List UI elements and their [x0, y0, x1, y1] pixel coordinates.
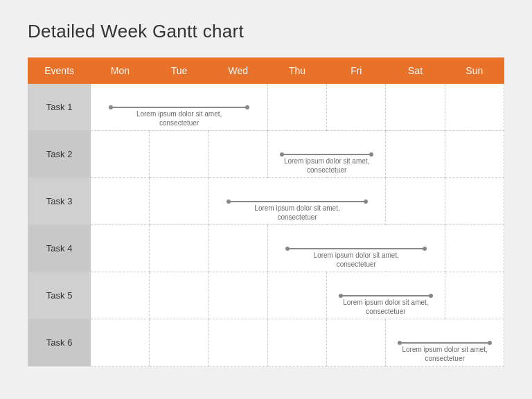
task3-label: Task 3 — [28, 178, 91, 225]
page-title: Detailed Week Gantt chart — [28, 21, 504, 42]
task4-sun — [445, 225, 504, 272]
task2-mon — [91, 131, 150, 178]
task4-tue — [150, 225, 209, 272]
header-sun: Sun — [445, 58, 504, 84]
task4-mon — [91, 225, 150, 272]
task6-mon — [91, 319, 150, 366]
header-wed: Wed — [209, 58, 267, 84]
gantt-table: Events Mon Tue Wed Thu Fri Sat Sun Task … — [28, 57, 504, 366]
task3-desc: Lorem ipsum dolor sit amet, consectetuer — [245, 204, 349, 222]
task3-bar-cell: Lorem ipsum dolor sit amet, consectetuer — [209, 178, 386, 225]
table-row: Task 1 Lorem ipsum dolor sit amet, conse… — [28, 84, 504, 131]
table-row: Task 3 Lorem ipsum dolor sit amet, conse… — [28, 178, 504, 225]
task5-wed — [209, 272, 267, 319]
task6-wed — [209, 319, 267, 366]
task4-bar-cell: Lorem ipsum dolor sit amet, consectetuer — [267, 225, 445, 272]
page-wrapper: Detailed Week Gantt chart Events Mon Tue… — [28, 21, 504, 366]
table-row: Task 6 Lorem ipsum dolor sit amet, conse… — [28, 319, 504, 366]
task5-mon — [91, 272, 150, 319]
task2-desc: Lorem ipsum dolor sit amet, consectetuer — [278, 157, 375, 175]
task1-sun — [445, 84, 504, 131]
table-row: Task 5 Lorem ipsum dolor sit amet, conse… — [28, 272, 504, 319]
task6-thu — [267, 319, 326, 366]
header-thu: Thu — [267, 58, 326, 84]
task3-mon — [91, 178, 150, 225]
task6-fri — [327, 319, 386, 366]
header-sat: Sat — [386, 58, 445, 84]
header-fri: Fri — [327, 58, 386, 84]
task1-thu — [267, 84, 326, 131]
task1-label: Task 1 — [28, 84, 91, 131]
task4-wed — [209, 225, 267, 272]
task4-label: Task 4 — [28, 225, 91, 272]
table-row: Task 2 Lorem ipsum dolor sit amet, conse… — [28, 131, 504, 178]
task2-label: Task 2 — [28, 131, 91, 178]
task6-bar-cell: Lorem ipsum dolor sit amet, consectetuer — [386, 319, 504, 366]
task1-fri — [327, 84, 386, 131]
task1-desc: Lorem ipsum dolor sit amet, consectetuer — [127, 109, 231, 128]
task3-sat — [386, 178, 445, 225]
task5-bar-cell: Lorem ipsum dolor sit amet, consectetuer — [327, 272, 445, 319]
task6-tue — [150, 319, 209, 366]
task5-tue — [150, 272, 209, 319]
header-tue: Tue — [150, 58, 209, 84]
task1-bar-cell: Lorem ipsum dolor sit amet, consectetuer — [91, 84, 268, 131]
task6-label: Task 6 — [28, 319, 91, 366]
task6-desc: Lorem ipsum dolor sit amet, consectetuer — [396, 345, 493, 364]
task5-desc: Lorem ipsum dolor sit amet, consectetuer — [337, 298, 434, 317]
task3-sun — [445, 178, 504, 225]
task2-bar-cell: Lorem ipsum dolor sit amet, consectetuer — [267, 131, 385, 178]
task1-sat — [386, 84, 445, 131]
table-row: Task 4 Lorem ipsum dolor sit amet, conse… — [28, 225, 504, 272]
task5-label: Task 5 — [28, 272, 91, 319]
task2-tue — [150, 131, 209, 178]
task2-sat — [386, 131, 445, 178]
task4-desc: Lorem ipsum dolor sit amet, consectetuer — [304, 251, 408, 269]
task3-tue — [150, 178, 209, 225]
events-header: Events — [28, 58, 91, 84]
task5-sun — [445, 272, 504, 319]
header-mon: Mon — [91, 58, 150, 84]
task5-thu — [267, 272, 326, 319]
header-row: Events Mon Tue Wed Thu Fri Sat Sun — [28, 58, 504, 84]
task2-wed — [209, 131, 267, 178]
task2-sun — [445, 131, 504, 178]
